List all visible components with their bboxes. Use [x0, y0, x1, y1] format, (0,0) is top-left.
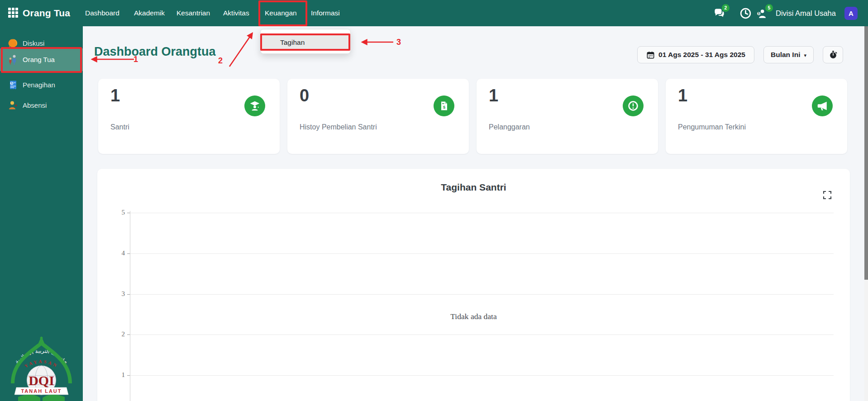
logo-acronym: DQI — [29, 373, 54, 388]
stopwatch-icon — [829, 50, 838, 59]
calendar-icon — [646, 51, 655, 59]
caret-down-icon: ▾ — [804, 53, 806, 58]
fullscreen-icon[interactable] — [823, 191, 832, 200]
attendance-person-icon — [8, 100, 19, 111]
svg-text:$: $ — [758, 12, 760, 15]
stat-label: Santri — [110, 123, 129, 131]
avatar[interactable]: A — [844, 7, 858, 20]
stat-value: 1 — [678, 86, 687, 105]
chart-card: Tagihan Santri 5 4 3 2 1 Tidak ada data — [97, 169, 850, 401]
receipt-icon: $ — [439, 100, 449, 111]
annotation-step-3: 3 — [396, 38, 401, 47]
notifications-badge: 5 — [765, 4, 773, 12]
stat-value: 0 — [300, 86, 309, 105]
nav-item-akademik[interactable]: Akademik — [134, 0, 165, 26]
sidebar-item-label: Penagihan — [23, 75, 55, 95]
user-name[interactable]: Divisi Amal Usaha — [776, 0, 836, 26]
chart-gridline — [130, 253, 834, 254]
y-tick-label: 2 — [107, 330, 125, 338]
annotation-arrow-2 — [229, 33, 252, 67]
app-root: Orang Tua Dashboard Akademik Kesantrian … — [0, 0, 868, 401]
nav-item-informasi[interactable]: Informasi — [311, 0, 340, 26]
date-range-label: 01 Ags 2025 - 31 Ags 2025 — [658, 51, 745, 59]
svg-text:$: $ — [11, 81, 13, 85]
sidebar: Diskusi Orang Tua $ Penagihan — [0, 26, 83, 401]
graduate-icon — [249, 100, 261, 112]
y-tick-label: 5 — [107, 209, 125, 216]
chart-gridline — [130, 334, 834, 335]
chart-title: Tagihan Santri — [97, 182, 850, 193]
nav-item-keuangan[interactable]: Keuangan — [265, 0, 297, 26]
dropdown-item-tagihan[interactable]: Tagihan — [262, 34, 350, 50]
parents-icon — [8, 54, 19, 65]
stat-card-santri: 1 Santri — [98, 79, 280, 154]
y-tick-label: 3 — [107, 290, 125, 298]
sidebar-item-penagihan[interactable]: $ Penagihan — [0, 75, 83, 95]
sidebar-item-label: Orang Tua — [23, 48, 55, 71]
brand-title[interactable]: Orang Tua — [23, 0, 70, 26]
date-range-button[interactable]: 01 Ags 2025 - 31 Ags 2025 — [637, 46, 754, 63]
chart-empty-message: Tidak ada data — [97, 312, 850, 321]
y-tick-label: 4 — [107, 249, 125, 257]
messages-badge: 2 — [722, 4, 730, 12]
annotation-step-2: 2 — [218, 56, 223, 66]
scrollbar-thumb[interactable] — [864, 26, 868, 280]
logo-location: TANAH LAUT — [21, 388, 62, 394]
period-label: Bulan Ini — [771, 51, 800, 59]
billing-receipt-icon: $ — [8, 80, 19, 91]
stat-card-pembelian: 0 Histoy Pembelian Santri $ — [287, 79, 469, 154]
stat-value: 1 — [110, 86, 120, 105]
svg-text:$: $ — [443, 105, 445, 110]
stat-label: Pelanggaran — [489, 123, 530, 131]
stat-label: Pengumuman Terkini — [678, 123, 746, 131]
sidebar-item-absensi[interactable]: Absensi — [0, 95, 83, 115]
y-tick-label: 1 — [107, 371, 125, 379]
keuangan-dropdown-menu: Tagihan — [260, 29, 351, 54]
page-title: Dashboard Orangtua — [94, 45, 216, 59]
foundation-logo: مؤسسة التربية الاسلامية YAYASAN DQI TANA… — [4, 315, 79, 401]
chart-gridline — [130, 375, 834, 376]
chart-y-axis — [130, 211, 130, 401]
stat-value: 1 — [489, 86, 498, 105]
discussion-bubble-icon — [8, 38, 19, 49]
megaphone-icon — [816, 100, 828, 112]
nav-item-kesantrian[interactable]: Kesantrian — [176, 0, 210, 26]
apps-grid-icon[interactable] — [8, 8, 18, 18]
sidebar-item-label: Absensi — [23, 95, 47, 115]
stat-label: Histoy Pembelian Santri — [300, 123, 377, 131]
timer-button[interactable] — [823, 46, 843, 63]
stat-card-pelanggaran: 1 Pelanggaran — [477, 79, 658, 154]
clock-icon[interactable] — [739, 7, 752, 19]
stat-card-pengumuman: 1 Pengumuman Terkini — [666, 79, 847, 154]
sidebar-item-orang-tua[interactable]: Orang Tua — [0, 48, 83, 71]
chart-gridline — [130, 213, 834, 213]
period-dropdown-button[interactable]: Bulan Ini ▾ — [763, 46, 814, 63]
nav-item-aktivitas[interactable]: Aktivitas — [223, 0, 249, 26]
exclamation-icon — [627, 100, 639, 112]
chart-gridline — [130, 294, 834, 295]
nav-item-dashboard[interactable]: Dashboard — [85, 0, 119, 26]
top-navbar: Orang Tua Dashboard Akademik Kesantrian … — [0, 0, 868, 26]
